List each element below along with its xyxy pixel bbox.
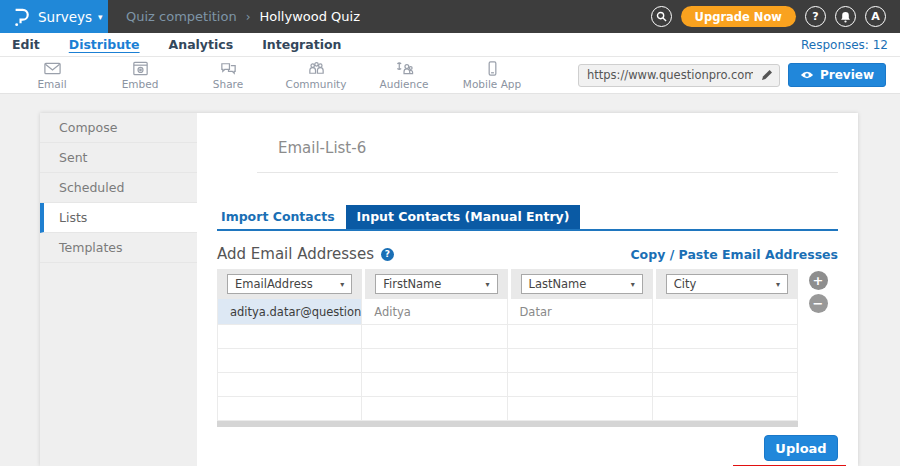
- toolbar-item-email[interactable]: Email: [26, 60, 78, 90]
- table-row: [217, 397, 798, 421]
- breadcrumb: Quiz competition › Hollywood Quiz: [126, 0, 360, 33]
- toolbar-item-label: Mobile App: [463, 78, 521, 90]
- preview-button[interactable]: Preview: [788, 63, 886, 87]
- table-cell[interactable]: [217, 397, 362, 421]
- select-caret-icon: ▾: [631, 280, 635, 289]
- table-cell[interactable]: [653, 299, 798, 325]
- copy-paste-link[interactable]: Copy / Paste Email Addresses: [630, 247, 838, 262]
- share-icon: [219, 60, 238, 77]
- top-header: Surveys ▾ Quiz competition › Hollywood Q…: [0, 0, 900, 33]
- survey-nav: Edit Distribute Analytics Integration Re…: [0, 33, 900, 57]
- responses-count: Responses: 12: [801, 38, 888, 52]
- table-cell[interactable]: [217, 373, 362, 397]
- mobile-app-icon: [483, 60, 502, 77]
- toolbar-item-label: Audience: [380, 78, 429, 90]
- add-row-button[interactable]: +: [809, 271, 828, 290]
- select-caret-icon: ▾: [485, 280, 489, 289]
- row-controls: + −: [798, 269, 838, 427]
- table-cell[interactable]: [217, 349, 362, 373]
- search-button[interactable]: [651, 6, 672, 27]
- table-cell[interactable]: [653, 325, 798, 349]
- table-cell[interactable]: [217, 325, 362, 349]
- bell-icon: [840, 11, 851, 23]
- upgrade-button[interactable]: Upgrade Now: [681, 6, 796, 27]
- table-cell[interactable]: [362, 373, 507, 397]
- add-emails-header: Add Email Addresses ? Copy / Paste Email…: [217, 245, 838, 263]
- table-horizontal-scrollbar[interactable]: [217, 421, 798, 427]
- help-button[interactable]: ?: [805, 6, 826, 27]
- toolbar-item-community[interactable]: Community: [290, 60, 342, 90]
- table-row: aditya.datar@questionpro.com Aditya Data…: [217, 299, 798, 325]
- avatar[interactable]: A: [865, 6, 886, 27]
- table-cell[interactable]: [362, 325, 507, 349]
- upload-button[interactable]: Upload: [764, 435, 838, 461]
- preview-label: Preview: [820, 68, 874, 82]
- caret-down-icon: ▾: [98, 12, 103, 22]
- sidebar-item-templates[interactable]: Templates: [40, 233, 197, 263]
- table-row: [217, 349, 798, 373]
- toolbar-item-share[interactable]: Share: [202, 60, 254, 90]
- product-label: Surveys: [38, 9, 92, 25]
- table-cell[interactable]: [508, 325, 653, 349]
- notifications-button[interactable]: [835, 6, 856, 27]
- page-body: Compose Sent Scheduled Lists Templates E…: [0, 94, 900, 466]
- sidebar-item-lists[interactable]: Lists: [40, 203, 197, 233]
- table-row: [217, 325, 798, 349]
- help-icon[interactable]: ?: [381, 248, 394, 261]
- email-distribution-card: Compose Sent Scheduled Lists Templates E…: [40, 113, 858, 466]
- section-title: Add Email Addresses: [217, 245, 374, 263]
- table-cell[interactable]: [508, 349, 653, 373]
- edit-url-icon[interactable]: [760, 68, 774, 82]
- embed-icon: [131, 60, 150, 77]
- breadcrumb-current: Hollywood Quiz: [259, 9, 359, 24]
- toolbar-item-label: Share: [213, 78, 243, 90]
- table-cell[interactable]: Datar: [508, 299, 653, 325]
- select-caret-icon: ▾: [340, 280, 344, 289]
- list-title-block: Email-List-6: [257, 113, 838, 173]
- sidebar-item-sent[interactable]: Sent: [40, 143, 197, 173]
- email-icon: [43, 60, 62, 77]
- column-select-firstname[interactable]: FirstName▾: [375, 274, 497, 294]
- tab-input-contacts-manual[interactable]: Input Contacts (Manual Entry): [346, 205, 581, 229]
- toolbar-item-label: Embed: [122, 78, 159, 90]
- table-cell[interactable]: [362, 349, 507, 373]
- nav-item-edit[interactable]: Edit: [12, 37, 40, 52]
- sidebar-item-compose[interactable]: Compose: [40, 113, 197, 143]
- remove-row-button[interactable]: −: [809, 294, 828, 313]
- nav-item-integration[interactable]: Integration: [262, 37, 341, 52]
- table-header-row: EmailAddress▾ FirstName▾ LastName▾ City▾: [217, 269, 798, 299]
- product-switcher[interactable]: Surveys ▾: [0, 0, 108, 33]
- table-row: [217, 373, 798, 397]
- select-value: City: [674, 277, 697, 291]
- distribute-toolbar: Email Embed Share Communi: [0, 57, 900, 94]
- table-cell[interactable]: [653, 349, 798, 373]
- contacts-grid-wrap: EmailAddress▾ FirstName▾ LastName▾ City▾…: [217, 269, 838, 427]
- questionpro-logo-icon: [12, 7, 30, 27]
- column-select-emailaddress[interactable]: EmailAddress▾: [227, 274, 352, 294]
- contacts-table: EmailAddress▾ FirstName▾ LastName▾ City▾…: [217, 269, 798, 427]
- table-cell[interactable]: [508, 397, 653, 421]
- tab-import-contacts[interactable]: Import Contacts: [217, 205, 346, 229]
- table-cell[interactable]: [362, 397, 507, 421]
- column-select-lastname[interactable]: LastName▾: [521, 274, 643, 294]
- list-detail-panel: Email-List-6 Import Contacts Input Conta…: [197, 113, 858, 466]
- table-cell[interactable]: [653, 373, 798, 397]
- nav-item-analytics[interactable]: Analytics: [169, 37, 234, 52]
- table-cell[interactable]: Aditya: [362, 299, 507, 325]
- toolbar-item-embed[interactable]: Embed: [114, 60, 166, 90]
- breadcrumb-separator-icon: ›: [246, 10, 251, 24]
- upload-row: Upload: [217, 435, 838, 461]
- column-select-city[interactable]: City▾: [666, 274, 788, 294]
- nav-item-distribute[interactable]: Distribute: [69, 37, 140, 52]
- eye-icon: [800, 70, 814, 80]
- audience-icon: [395, 60, 414, 77]
- table-cell[interactable]: aditya.datar@questionpro.com: [217, 299, 362, 325]
- toolbar-item-audience[interactable]: Audience: [378, 60, 430, 90]
- page-title: Email-List-6: [278, 139, 838, 157]
- survey-url-input[interactable]: [578, 64, 780, 87]
- breadcrumb-parent[interactable]: Quiz competition: [126, 9, 237, 24]
- toolbar-item-mobile-app[interactable]: Mobile App: [466, 60, 518, 90]
- table-cell[interactable]: [508, 373, 653, 397]
- table-cell[interactable]: [653, 397, 798, 421]
- sidebar-item-scheduled[interactable]: Scheduled: [40, 173, 197, 203]
